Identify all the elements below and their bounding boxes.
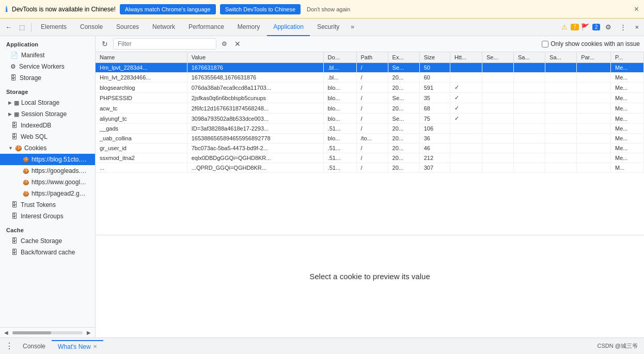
switch-language-button[interactable]: Switch DevTools to Chinese — [220, 4, 301, 14]
indexeddb-item[interactable]: 🗄 IndexedDB — [0, 120, 95, 131]
local-storage-tree[interactable]: ▶ ▦ Local Storage — [0, 97, 95, 108]
section-application: Application — [0, 36, 95, 50]
table-cell: Me... — [610, 103, 643, 114]
table-cell: 212 — [419, 153, 450, 163]
table-cell: 2jsfkas0q6n6bcblspb5cunups — [187, 93, 323, 103]
table-row[interactable]: _uab_collina16538865658946559568927​78bl… — [96, 134, 644, 143]
table-cell — [482, 103, 513, 114]
table-cell — [450, 163, 482, 173]
trust-tokens-item[interactable]: 🗄 Trust Tokens — [0, 199, 95, 211]
tab-console[interactable]: Console — [74, 19, 109, 36]
table-cell: 7bc073ac-5ba5-4473-bd9f-2... — [187, 143, 323, 153]
interest-groups-item[interactable]: 🗄 Interest Groups — [0, 211, 95, 222]
table-row[interactable]: __gadsID=3af38288a4618e17-2293....51.../… — [96, 124, 644, 134]
col-name[interactable]: Name — [96, 52, 187, 63]
col-value[interactable]: Value — [187, 52, 323, 63]
table-row[interactable]: PHPSESSID2jsfkas0q6n6bcblspb5cunupsblo..… — [96, 93, 644, 103]
table-cell: / — [356, 73, 388, 83]
col-samesite1[interactable]: Sa... — [514, 52, 545, 63]
more-tabs-button[interactable]: » — [347, 19, 358, 36]
table-row[interactable]: ssxmod_itna2eqlx0DBDgGGQi=QGHD8KR....51.… — [96, 153, 644, 163]
table-cell — [577, 134, 611, 143]
sidebar-scrollbar-area: ◀ ▶ — [0, 327, 95, 337]
tab-memory[interactable]: Memory — [231, 19, 266, 36]
inspect-button[interactable]: ⬚ — [16, 22, 28, 33]
col-path[interactable]: Path — [356, 52, 388, 63]
clear-filter-button[interactable]: ✕ — [232, 39, 243, 49]
cookie-icon: 🍪 — [15, 145, 22, 152]
cookies-tree[interactable]: ▼ 🍪 Cookies — [0, 142, 95, 154]
sidebar-item-manifest[interactable]: 📄 Manifest — [0, 50, 95, 61]
table-cell: 20... — [388, 124, 419, 134]
col-secure[interactable]: Se... — [482, 52, 513, 63]
tab-network[interactable]: Network — [146, 19, 181, 36]
table-cell: Se... — [388, 63, 419, 73]
table-cell — [482, 124, 513, 134]
bottom-more-button[interactable]: ⋮ — [2, 340, 17, 352]
table-cell — [545, 134, 577, 143]
table-cell — [577, 143, 611, 153]
table-cell: 3098a793502a8b533dce003... — [187, 114, 323, 124]
table-cell: 60 — [419, 73, 450, 83]
col-partition[interactable]: Par... — [577, 52, 611, 63]
cookie-site-0[interactable]: 🍪 https://blog.51cto.com — [0, 154, 95, 165]
table-cell: 1676631876 — [187, 63, 323, 73]
dont-show-again[interactable]: Don't show again — [307, 6, 350, 12]
sidebar-item-service-workers[interactable]: ⚙ Service Workers — [0, 61, 95, 72]
back-forward-item[interactable]: 🗄 Back/forward cache — [0, 247, 95, 258]
table-row[interactable]: gr_user_id7bc073ac-5ba5-4473-bd9f-2....5… — [96, 143, 644, 153]
col-priority[interactable]: P... — [610, 52, 643, 63]
tab-console-bottom[interactable]: Console — [17, 341, 52, 352]
refresh-cookies-button[interactable]: ↻ — [100, 39, 110, 49]
sidebar-item-storage[interactable]: 🗄 Storage — [0, 72, 95, 84]
table-cell — [482, 83, 513, 93]
col-domain[interactable]: Do... — [323, 52, 356, 63]
table-cell — [514, 93, 545, 103]
scroll-right-button[interactable]: ▶ — [85, 329, 93, 336]
table-row[interactable]: acw_tc2f6fc12d1676631874568248...blo.../… — [96, 103, 644, 114]
main-area: Application 📄 Manifest ⚙ Service Workers… — [0, 36, 644, 337]
settings-button[interactable]: ⚙ — [602, 21, 615, 33]
close-devtools-button[interactable]: × — [632, 21, 642, 33]
table-cell: Me... — [610, 63, 643, 73]
table-cell: / — [356, 143, 388, 153]
cookie-site-3[interactable]: 🍪 https://pagead2.googles — [0, 188, 95, 199]
scroll-left-button[interactable]: ◀ — [2, 329, 10, 336]
table-row[interactable]: ......QPRD_GGQi=QGHD8KR....51.../20...30… — [96, 163, 644, 173]
tab-whats-new[interactable]: What's New ✕ — [52, 340, 103, 352]
sidebar-scrollbar-track[interactable] — [12, 331, 83, 334]
websql-item[interactable]: 🗄 Web SQL — [0, 131, 95, 142]
tab-security[interactable]: Security — [311, 19, 345, 36]
info-bar-close[interactable]: × — [634, 5, 639, 14]
table-cell: Hm_lvt_2283d466... — [96, 73, 187, 83]
table-row[interactable]: Hm_lvt_2283d466...1676355648,1676631876.… — [96, 73, 644, 83]
tab-elements[interactable]: Elements — [35, 19, 73, 36]
cookie-site-2[interactable]: 🍪 https://www.google.com — [0, 176, 95, 188]
table-row[interactable]: Hm_lpvt_2283d4...1676631876.bl.../Se...5… — [96, 63, 644, 73]
whats-new-close[interactable]: ✕ — [93, 344, 97, 349]
info-badge: 🚩 2 — [581, 23, 601, 31]
table-cell — [577, 73, 611, 83]
only-issues-checkbox[interactable] — [542, 41, 548, 47]
col-size[interactable]: Size — [419, 52, 450, 63]
cookie-site-1[interactable]: 🍪 https://googleads.g.dou — [0, 165, 95, 176]
tab-application[interactable]: Application — [267, 19, 310, 36]
tab-sources[interactable]: Sources — [110, 19, 145, 36]
tab-performance[interactable]: Performance — [182, 19, 230, 36]
table-cell — [577, 83, 611, 93]
session-storage-tree[interactable]: ▶ ▦ Session Storage — [0, 108, 95, 120]
cache-storage-item[interactable]: 🗄 Cache Storage — [0, 235, 95, 247]
table-row[interactable]: blogsearchlog076da38ab7eca9ccd8a11703...… — [96, 83, 644, 93]
filter-input[interactable] — [113, 38, 216, 50]
col-httponly[interactable]: Htt... — [450, 52, 482, 63]
table-cell: .bl... — [323, 63, 356, 73]
col-samesite2[interactable]: Sa... — [545, 52, 577, 63]
table-row[interactable]: aliyungf_tc3098a793502a8b533dce003...blo… — [96, 114, 644, 124]
back-button[interactable]: ← — [2, 21, 15, 33]
table-cell: _uab_collina — [96, 134, 187, 143]
filter-options-button[interactable]: ⚙ — [219, 39, 229, 49]
col-expires[interactable]: Ex... — [388, 52, 419, 63]
more-options-button[interactable]: ⋮ — [617, 21, 630, 33]
cookie-table[interactable]: Name Value Do... Path Ex... Size Htt... … — [96, 52, 644, 235]
match-language-button[interactable]: Always match Chrome's language — [120, 4, 216, 14]
